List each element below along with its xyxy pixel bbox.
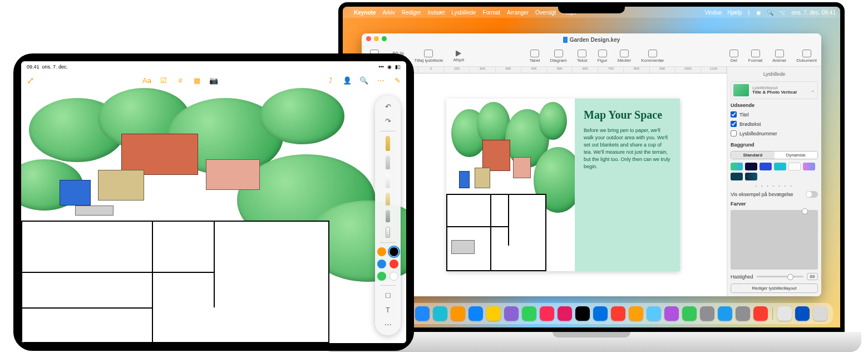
text-box-icon[interactable]: T xyxy=(381,305,394,315)
dock-app-4[interactable] xyxy=(433,306,447,321)
close-button[interactable] xyxy=(366,36,371,41)
toolbar-media[interactable]: Medier xyxy=(618,50,631,63)
menu-format[interactable]: Format xyxy=(482,9,500,16)
swatch[interactable] xyxy=(774,163,786,170)
color-black[interactable] xyxy=(389,247,398,256)
search-icon[interactable]: 🔍 xyxy=(359,76,368,85)
redo-button[interactable]: ↷ xyxy=(381,116,394,126)
dock-app-21[interactable] xyxy=(736,306,750,321)
toolbar-animate[interactable]: Animer xyxy=(772,50,786,63)
bluetooth-icon[interactable]: ᛒ xyxy=(747,9,751,16)
checkbox-slidenumber[interactable]: Lysbillednummer xyxy=(731,130,818,136)
wifi-icon[interactable]: ◉ xyxy=(756,9,761,16)
marker-tool[interactable] xyxy=(386,155,390,169)
menubar-app-name[interactable]: Keynote xyxy=(354,9,376,16)
dock-app-16[interactable] xyxy=(647,306,661,321)
dock-app-19[interactable] xyxy=(700,306,714,321)
search-icon[interactable]: 🔍 xyxy=(767,9,773,16)
pen-tool[interactable] xyxy=(386,136,390,151)
eraser-tool[interactable] xyxy=(386,210,390,222)
pencil-tool[interactable] xyxy=(386,174,390,188)
more-icon[interactable]: ⋯ xyxy=(376,76,385,85)
text-style-icon[interactable]: Aa xyxy=(142,76,151,85)
collaborate-icon[interactable]: 👤 xyxy=(343,76,352,85)
toolbar-table[interactable]: Tabel xyxy=(529,50,540,63)
speed-value[interactable]: 88 xyxy=(807,273,818,280)
swatch[interactable] xyxy=(731,163,743,170)
menu-oversigt[interactable]: Oversigt xyxy=(535,9,556,16)
checklist-icon[interactable]: ☑ xyxy=(159,76,168,85)
color-custom[interactable] xyxy=(389,272,398,281)
dock-app-13[interactable] xyxy=(593,306,608,321)
share-icon[interactable]: ⤴ xyxy=(326,76,335,85)
compose-icon[interactable]: ✎ xyxy=(393,76,402,85)
menu-vindue[interactable]: Vindue xyxy=(704,9,722,16)
dock-app-24[interactable] xyxy=(795,306,810,321)
current-slide[interactable]: Map Your Space Before we bring pen to pa… xyxy=(446,99,680,271)
collapse-icon[interactable]: ⤢ xyxy=(26,76,34,85)
dock-app-20[interactable] xyxy=(718,306,732,321)
toolbar-text[interactable]: Tekst xyxy=(577,50,588,63)
toolbar-chart[interactable]: Diagram xyxy=(550,50,567,63)
color-blue[interactable] xyxy=(377,260,386,268)
toolbar-play-button[interactable]: Afspil xyxy=(453,50,464,62)
zoom-button[interactable] xyxy=(382,36,387,41)
dock-app-23[interactable] xyxy=(777,306,792,321)
menubar-clock[interactable]: ons. 7. dec. 09.41 xyxy=(791,9,836,16)
dock-app-5[interactable] xyxy=(451,306,465,321)
seg-standard[interactable]: Standard xyxy=(731,151,775,159)
checkbox-title[interactable]: Titel xyxy=(731,111,818,118)
slide-body-text[interactable]: Before we bring pen to paper, we'll walk… xyxy=(584,127,671,170)
dock-app-17[interactable] xyxy=(664,306,679,321)
color-red[interactable] xyxy=(389,260,398,268)
dock-app-7[interactable] xyxy=(486,306,501,321)
background-segmented[interactable]: Standard Dynamisk xyxy=(731,151,818,159)
edit-slide-layout-button[interactable]: Rediger lysbilledlayout xyxy=(731,283,818,293)
color-green[interactable] xyxy=(377,272,386,281)
dock-app-9[interactable] xyxy=(522,306,536,321)
dock-app-25[interactable] xyxy=(813,306,827,321)
preview-motion-toggle[interactable] xyxy=(806,191,818,198)
control-center-icon[interactable]: ⌥ xyxy=(779,9,786,16)
ruler-tool[interactable] xyxy=(386,227,390,238)
dock-app-6[interactable] xyxy=(468,306,483,321)
crayon-tool[interactable] xyxy=(386,193,390,206)
swatch[interactable] xyxy=(731,173,743,180)
camera-icon[interactable]: 📷 xyxy=(209,76,218,85)
undo-button[interactable]: ↶ xyxy=(381,101,394,111)
add-shape-icon[interactable]: ◻ xyxy=(381,290,394,300)
toolbar-document[interactable]: Dokument xyxy=(797,50,817,63)
slide-heading[interactable]: Map Your Space xyxy=(584,109,671,121)
dock-app-15[interactable] xyxy=(629,306,643,321)
swatch[interactable] xyxy=(745,173,757,180)
color-orange[interactable] xyxy=(377,247,386,256)
toolbar-add-slide[interactable]: Tilføj lysbillede xyxy=(414,50,443,63)
more-tools-icon[interactable]: ⋯ xyxy=(381,320,394,330)
table-icon[interactable]: ▦ xyxy=(193,76,201,85)
menu-hjaelp[interactable]: Hjælp xyxy=(727,9,742,16)
toolbar-format[interactable]: Format xyxy=(748,50,762,63)
markup-tool-palette[interactable]: ↶ ↷ ◻ T ⋯ xyxy=(375,96,401,335)
dock-app-3[interactable] xyxy=(415,306,430,321)
tag-icon[interactable]: # xyxy=(176,76,185,85)
swatch[interactable] xyxy=(803,163,815,170)
menu-arranger[interactable]: Arranger xyxy=(507,9,529,16)
dock-app-11[interactable] xyxy=(558,306,572,321)
dock-app-12[interactable] xyxy=(575,306,590,321)
checkbox-body[interactable]: Brødtekst xyxy=(731,121,818,127)
toolbar-share[interactable]: Del xyxy=(729,50,738,63)
dock-app-8[interactable] xyxy=(504,306,519,321)
slide-canvas[interactable]: -100010020030040050060070080090010001100 xyxy=(393,67,727,296)
dock-app-14[interactable] xyxy=(611,306,625,321)
swatch[interactable] xyxy=(788,163,801,170)
menu-arkiv[interactable]: Arkiv xyxy=(382,9,394,16)
drawing-canvas[interactable]: ↶ ↷ ◻ T ⋯ xyxy=(21,88,406,343)
seg-dynamic[interactable]: Dynamisk xyxy=(775,151,818,159)
dock-app-10[interactable] xyxy=(540,306,554,321)
toolbar-shape[interactable]: Figur xyxy=(597,50,607,63)
swatch[interactable] xyxy=(760,163,772,170)
speed-slider[interactable] xyxy=(757,276,803,277)
minimize-button[interactable] xyxy=(374,36,379,41)
colors-slider[interactable] xyxy=(731,210,818,270)
swatch[interactable] xyxy=(745,163,757,170)
